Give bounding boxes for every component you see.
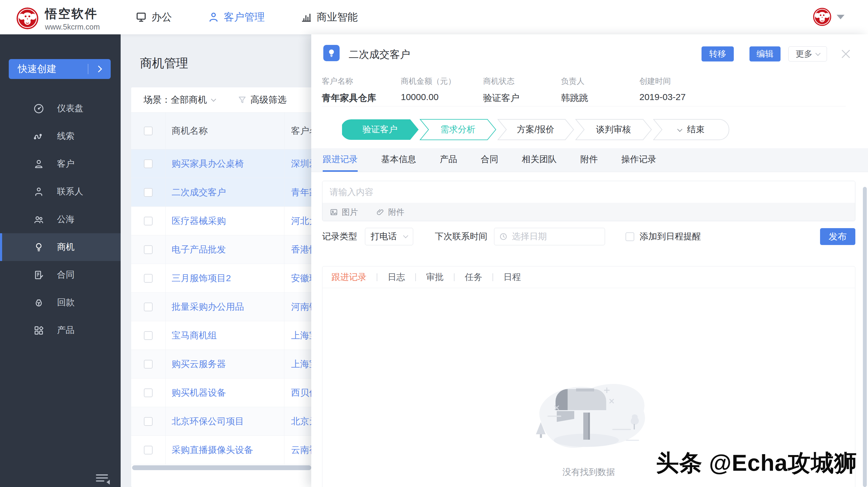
subtab-schedule[interactable]: 日程 xyxy=(493,271,531,283)
wave-icon xyxy=(33,131,44,142)
subtab-logs[interactable]: 日志 xyxy=(377,271,415,283)
divider xyxy=(88,64,88,74)
next-contact-date-input[interactable]: 选择日期 xyxy=(494,228,605,245)
stage-proposal-quote[interactable]: 方案/报价 xyxy=(498,119,574,140)
brand[interactable]: 悟空软件 www.5kcrm.com xyxy=(17,5,100,31)
sidebar-item-label: 客户 xyxy=(57,158,74,170)
close-icon[interactable] xyxy=(840,48,851,59)
row-checkbox[interactable] xyxy=(144,217,153,225)
row-checkbox[interactable] xyxy=(144,302,153,311)
stage-end[interactable]: 结束 xyxy=(653,119,729,140)
person-icon xyxy=(208,11,220,23)
publish-button[interactable]: 发布 xyxy=(820,228,855,245)
advanced-filter-button[interactable]: 高级筛选 xyxy=(238,94,286,106)
opportunity-detail-drawer: 二次成交客户 转移 编辑 更多 客户名称 青年家具仓库 商机金额（元） 1000… xyxy=(311,34,868,487)
sidebar-item-leads[interactable]: 线索 xyxy=(0,122,121,150)
more-button[interactable]: 更多 xyxy=(788,46,827,62)
add-attachment-button[interactable]: 附件 xyxy=(376,207,404,218)
drawer-actions: 转移 编辑 更多 xyxy=(702,46,851,62)
sidebar-item-dashboard[interactable]: 仪表盘 xyxy=(0,95,121,122)
tab-products[interactable]: 产品 xyxy=(440,148,457,172)
contact-icon xyxy=(33,186,44,197)
field-created-time: 创建时间 2019-03-27 xyxy=(640,76,685,102)
select-all-checkbox[interactable] xyxy=(144,127,153,135)
subtab-approvals[interactable]: 审批 xyxy=(416,271,454,283)
edit-button[interactable]: 编辑 xyxy=(749,46,780,62)
opportunity-link[interactable]: 宝马商机组 xyxy=(172,329,217,342)
follow-record-composer: 图片 附件 xyxy=(322,181,855,221)
field-amount: 商机金额（元） 10000.00 xyxy=(401,76,456,102)
sidebar-collapse-button[interactable] xyxy=(96,474,109,484)
subtab-follow-records[interactable]: 跟进记录 xyxy=(332,271,377,283)
bulb-icon xyxy=(326,47,337,59)
sidebar-item-opportunities[interactable]: 商机 xyxy=(0,233,121,261)
row-checkbox[interactable] xyxy=(144,188,153,197)
stage-flow: 验证客户 需求分析 方案/报价 谈判审核 结束 xyxy=(342,119,729,140)
opportunity-link[interactable]: 二次成交客户 xyxy=(172,186,226,199)
opportunity-link[interactable]: 购买机器设备 xyxy=(172,387,226,399)
nav-business-intelligence[interactable]: 商业智能 xyxy=(300,10,358,24)
row-checkbox[interactable] xyxy=(144,159,153,168)
quick-create-button[interactable]: 快速创建 xyxy=(9,59,111,79)
row-checkbox[interactable] xyxy=(144,446,153,454)
nav-office[interactable]: 办公 xyxy=(135,10,172,24)
funnel-icon xyxy=(238,95,247,105)
stage-verify-customer[interactable]: 验证客户 xyxy=(342,119,418,140)
scene-filter-label: 场景：全部商机 xyxy=(144,94,207,106)
row-checkbox[interactable] xyxy=(144,245,153,254)
sidebar-menu: 仪表盘 线索 客户 联系人 公海 商机 xyxy=(0,95,121,344)
nav-customer-management[interactable]: 客户管理 xyxy=(208,10,265,24)
divider xyxy=(322,106,846,106)
tab-related-team[interactable]: 相关团队 xyxy=(522,148,557,172)
row-checkbox[interactable] xyxy=(144,388,153,397)
opportunity-link[interactable]: 北京环保公司项目 xyxy=(172,415,244,428)
record-type-label: 记录类型 xyxy=(322,231,357,242)
add-image-button[interactable]: 图片 xyxy=(330,207,358,218)
sidebar-item-payments[interactable]: 回款 xyxy=(0,289,121,317)
field-label: 创建时间 xyxy=(640,76,685,87)
opportunity-link[interactable]: 电子产品批发 xyxy=(172,244,226,256)
reminder-checkbox[interactable] xyxy=(625,232,634,241)
opportunity-link[interactable]: 批量采购办公用品 xyxy=(172,301,244,313)
scene-filter[interactable]: 场景：全部商机 xyxy=(144,94,215,106)
user-menu[interactable] xyxy=(813,8,844,26)
sidebar-item-contracts[interactable]: 合同 xyxy=(0,261,121,289)
vertical-scrollbar[interactable] xyxy=(863,187,867,487)
opportunity-link[interactable]: 购买家具办公桌椅 xyxy=(172,158,244,170)
tab-contracts[interactable]: 合同 xyxy=(481,148,498,172)
sidebar-item-pool[interactable]: 公海 xyxy=(0,205,121,233)
stage-negotiation-review[interactable]: 谈判审核 xyxy=(576,119,651,140)
people-icon xyxy=(33,214,44,225)
opportunity-link[interactable]: 购买云服务器 xyxy=(172,358,226,370)
sidebar-item-contacts[interactable]: 联系人 xyxy=(0,178,121,205)
record-content-input[interactable] xyxy=(322,181,855,203)
opportunity-link[interactable]: 医疗器械采购 xyxy=(172,215,226,227)
monkey-logo-icon xyxy=(17,7,38,29)
calendar-reminder-option[interactable]: 添加到日程提醒 xyxy=(625,231,701,242)
stage-needs-analysis[interactable]: 需求分析 xyxy=(420,119,496,140)
column-header-name[interactable]: 商机名称 xyxy=(165,113,284,149)
opportunity-link[interactable]: 三月服饰项目2 xyxy=(172,272,231,285)
chevron-down-icon xyxy=(677,127,683,132)
row-checkbox[interactable] xyxy=(144,417,153,426)
field-status: 商机状态 验证客户 xyxy=(483,76,519,104)
field-customer-name: 客户名称 青年家具仓库 xyxy=(322,76,376,104)
row-checkbox[interactable] xyxy=(144,331,153,340)
sidebar-item-customers[interactable]: 客户 xyxy=(0,150,121,178)
record-type-select[interactable]: 打电话 xyxy=(365,228,413,245)
sidebar-item-products[interactable]: 产品 xyxy=(0,317,121,344)
record-type-value: 打电话 xyxy=(371,231,397,242)
tab-follow-records[interactable]: 跟进记录 xyxy=(323,148,358,172)
horizontal-scrollbar[interactable] xyxy=(132,465,311,470)
subtab-tasks[interactable]: 任务 xyxy=(455,271,493,283)
tab-basic-info[interactable]: 基本信息 xyxy=(381,148,416,172)
field-label: 商机状态 xyxy=(483,76,519,87)
row-checkbox[interactable] xyxy=(144,274,153,283)
opportunity-link[interactable]: 采购直播摄像头设备 xyxy=(172,444,253,456)
row-checkbox[interactable] xyxy=(144,360,153,368)
tab-operation-log[interactable]: 操作记录 xyxy=(621,148,656,172)
empty-state: 没有找到数据 xyxy=(519,370,658,478)
sidebar-item-label: 商机 xyxy=(57,241,74,253)
transfer-button[interactable]: 转移 xyxy=(702,46,734,62)
tab-attachments[interactable]: 附件 xyxy=(580,148,598,172)
